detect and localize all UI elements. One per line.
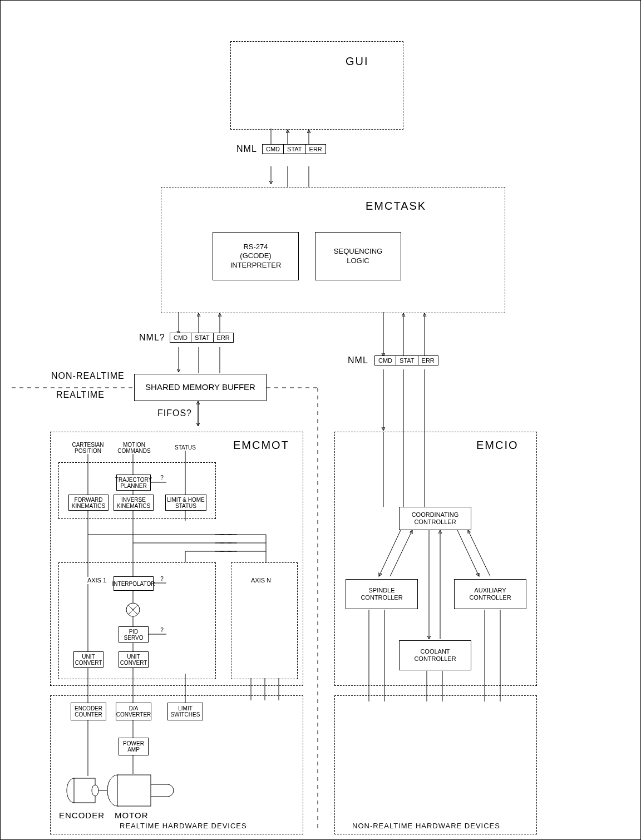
motor-label: MOTOR [115, 811, 149, 820]
gui-block [230, 41, 403, 130]
emcmot-title: EMCMOT [233, 439, 289, 452]
q3: ? [158, 627, 166, 633]
auxiliary-controller: AUXILIARY CONTROLLER [454, 579, 526, 609]
nmlq-label: NML? [139, 333, 165, 343]
limit-home-status: LIMIT & HOME STATUS [165, 495, 206, 511]
shared-memory-buffer: SHARED MEMORY BUFFER [134, 374, 267, 401]
emctask-title: EMCTASK [366, 200, 426, 213]
emcio-title: EMCIO [476, 439, 519, 452]
interpolator: INTERPOLATOR [114, 576, 154, 591]
axis-1-label: AXIS 1 [83, 577, 111, 584]
forward-kinematics: FORWARD KINEMATICS [68, 495, 109, 511]
coordinating-controller: COORDINATING CONTROLLER [399, 507, 471, 530]
spindle-controller: SPINDLE CONTROLLER [346, 579, 418, 609]
cmd: CMD [170, 333, 191, 342]
q1: ? [158, 475, 166, 481]
pid-servo: PID SERVO [119, 626, 149, 643]
channels-task-smb: CMD STAT ERR [170, 333, 234, 343]
nml-label-1: NML [236, 144, 257, 154]
err: ERR [214, 333, 233, 342]
inverse-kinematics: INVERSE KINEMATICS [114, 495, 154, 511]
stat: STAT [191, 333, 213, 342]
power-amp: POWER AMP [119, 738, 149, 755]
non-realtime-label: NON-REALTIME [51, 371, 125, 381]
fifos-label: FIFOS? [157, 408, 192, 418]
cart-pos-label: CARTESIAN POSITION [68, 442, 107, 454]
motion-cmds-label: MOTION COMMANDS [115, 442, 154, 454]
stat: STAT [396, 356, 418, 365]
err: ERR [418, 356, 438, 365]
nml-label-2: NML [348, 355, 368, 365]
da-converter: D/A CONVERTER [116, 703, 151, 720]
gui-title: GUI [346, 55, 369, 68]
nrt-hw-title: NON-REALTIME HARDWARE DEVICES [352, 822, 500, 830]
channels-task-io: CMD STAT ERR [374, 355, 438, 365]
limit-switches: LIMIT SWITCHES [167, 703, 203, 720]
rs274-box: RS-274 (GCODE) INTERPRETER [213, 232, 299, 280]
encoder-counter: ENCODER COUNTER [71, 703, 106, 720]
rt-hw-title: REALTIME HARDWARE DEVICES [120, 822, 247, 830]
trajectory-planner: TRAJECTORY PLANNER [116, 475, 151, 491]
cmd: CMD [375, 356, 396, 365]
unit-convert-2: UNIT CONVERT [119, 651, 149, 668]
nrt-hw-block [334, 695, 537, 834]
diagram-page: GUI NML CMD STAT ERR EMCTASK RS-274 (GCO… [0, 0, 641, 840]
axis-n-label: AXIS N [247, 577, 275, 584]
encoder-label: ENCODER [59, 811, 105, 820]
channels-gui-task: CMD STAT ERR [262, 144, 326, 154]
status-label: STATUS [169, 444, 202, 451]
coolant-controller: COOLANT CONTROLLER [399, 640, 471, 670]
realtime-label: REALTIME [56, 390, 105, 400]
cmd: CMD [263, 145, 284, 154]
sequencing-box: SEQUENCING LOGIC [315, 232, 401, 280]
err: ERR [306, 145, 326, 154]
q2: ? [158, 576, 166, 582]
unit-convert-1: UNIT CONVERT [73, 651, 103, 668]
stat: STAT [284, 145, 305, 154]
